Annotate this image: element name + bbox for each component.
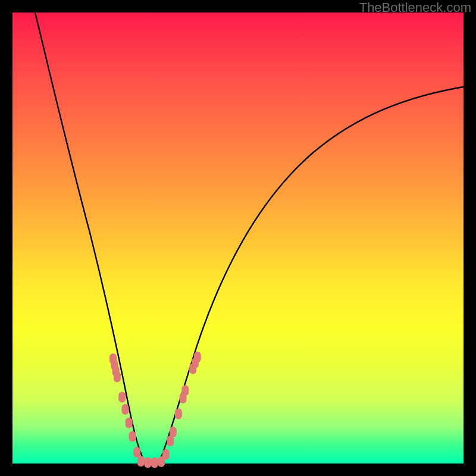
plot-area [12, 12, 464, 464]
data-marker [137, 456, 145, 466]
data-marker [126, 418, 133, 428]
data-marker [144, 458, 151, 468]
data-marker [118, 392, 126, 403]
data-marker [114, 372, 121, 383]
data-marker [151, 458, 158, 468]
curve-right-branch [158, 87, 464, 464]
markers-group [109, 352, 201, 468]
data-marker [181, 385, 189, 396]
chart-stage: TheBottleneck.com [0, 0, 476, 476]
data-marker [133, 447, 140, 458]
data-marker [122, 404, 129, 415]
curve-left-branch [35, 12, 146, 464]
data-marker [194, 352, 201, 362]
watermark-text: TheBottleneck.com [359, 0, 471, 15]
chart-svg [12, 12, 464, 464]
data-marker [162, 449, 170, 460]
data-marker [175, 409, 182, 419]
data-marker [129, 431, 136, 442]
data-marker [170, 427, 177, 437]
